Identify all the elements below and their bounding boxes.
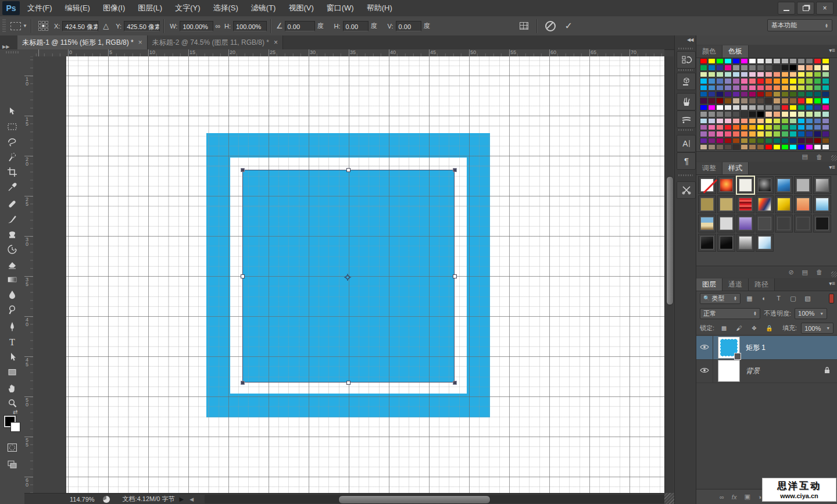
swatch[interactable] — [797, 124, 805, 130]
swatch[interactable] — [797, 72, 805, 77]
swatch[interactable] — [797, 105, 805, 110]
swatch[interactable] — [741, 65, 748, 70]
swatch[interactable] — [716, 65, 724, 70]
swatch[interactable] — [814, 138, 821, 144]
canvas[interactable] — [66, 56, 664, 493]
swatch[interactable] — [716, 124, 724, 130]
style-swatch[interactable] — [794, 215, 812, 233]
layer-row-背景[interactable]: 背景 — [696, 359, 837, 383]
style-swatch[interactable] — [698, 215, 716, 233]
swatch[interactable] — [716, 98, 724, 103]
swatch[interactable] — [716, 85, 724, 91]
tool-zoom[interactable] — [4, 396, 20, 410]
swatch[interactable] — [716, 138, 724, 144]
swatch[interactable] — [773, 98, 781, 103]
transform-handle-corner[interactable] — [453, 381, 457, 385]
tab-layers-图层[interactable]: 图层 — [696, 278, 722, 291]
swatch[interactable] — [765, 65, 772, 70]
swatch[interactable] — [732, 118, 740, 124]
zoom-level-field[interactable]: 114.79% — [70, 496, 95, 503]
new-style-icon[interactable]: ▤ — [802, 269, 808, 276]
blend-mode-select[interactable]: 正常 ▲▼ — [700, 308, 760, 319]
swatch[interactable] — [822, 65, 829, 70]
close-button[interactable]: × — [816, 2, 834, 15]
swatch[interactable] — [700, 124, 707, 130]
swatch[interactable] — [773, 111, 781, 117]
swatch[interactable] — [773, 118, 781, 124]
swatch[interactable] — [781, 98, 789, 103]
swatch[interactable] — [806, 124, 813, 130]
style-swatch[interactable] — [794, 176, 812, 194]
style-swatch[interactable] — [813, 176, 831, 194]
swatch[interactable] — [773, 78, 781, 84]
swatch[interactable] — [708, 118, 716, 124]
swatch[interactable] — [781, 72, 789, 77]
swatch[interactable] — [806, 65, 813, 70]
panel-resize-grip[interactable] — [831, 155, 837, 161]
swatch[interactable] — [781, 78, 789, 84]
x-input[interactable]: 424.50 像素 — [62, 21, 98, 31]
swatch[interactable] — [822, 91, 829, 97]
layer-visibility-toggle[interactable] — [696, 336, 713, 359]
swatch[interactable] — [822, 144, 829, 150]
swatch[interactable] — [789, 105, 797, 110]
layer-visibility-toggle[interactable] — [696, 359, 713, 383]
swatch[interactable] — [741, 58, 748, 64]
swatch[interactable] — [716, 144, 724, 150]
swatch[interactable] — [732, 111, 740, 117]
tool-rectangle[interactable] — [4, 365, 20, 379]
swatch[interactable] — [773, 85, 781, 91]
swatch[interactable] — [708, 144, 716, 150]
swatch[interactable] — [749, 98, 756, 103]
swatch[interactable] — [806, 111, 813, 117]
swatch[interactable] — [773, 91, 781, 97]
swatch[interactable] — [749, 144, 756, 150]
swap-colors-icon[interactable]: ⇄ — [13, 409, 17, 415]
swatch[interactable] — [757, 124, 764, 130]
swatch[interactable] — [716, 131, 724, 137]
swatch[interactable] — [749, 58, 756, 64]
filter-smart-objects-icon[interactable]: ▧ — [802, 293, 813, 304]
swatch[interactable] — [757, 105, 764, 110]
swatch[interactable] — [724, 138, 732, 144]
swatch[interactable] — [765, 98, 772, 103]
swatch[interactable] — [765, 138, 772, 144]
swatch[interactable] — [765, 91, 772, 97]
relative-positioning-toggle[interactable]: △ — [103, 22, 109, 30]
style-swatch[interactable] — [794, 195, 812, 213]
swatch[interactable] — [814, 124, 821, 130]
tool-blur[interactable] — [4, 288, 20, 302]
swatch[interactable] — [708, 72, 716, 77]
swatch[interactable] — [708, 124, 716, 130]
swatch[interactable] — [741, 118, 748, 124]
menu-图像[interactable]: 图像(I) — [96, 0, 131, 16]
tool-spot-healing-brush[interactable] — [4, 197, 20, 211]
swatch[interactable] — [749, 72, 756, 77]
swatch[interactable] — [741, 105, 748, 110]
swatch[interactable] — [806, 58, 813, 64]
swatch[interactable] — [741, 72, 748, 77]
vertical-scrollbar[interactable] — [664, 56, 674, 493]
swatch[interactable] — [757, 85, 764, 91]
swatch[interactable] — [773, 105, 781, 110]
panel-menu-icon[interactable]: ▾≡ — [829, 47, 835, 53]
y-input[interactable]: 425.50 像素 — [124, 21, 160, 31]
swatch[interactable] — [749, 111, 756, 117]
swatch[interactable] — [814, 58, 821, 64]
swatch[interactable] — [757, 91, 764, 97]
transform-handle-mid[interactable] — [241, 274, 245, 278]
swatch[interactable] — [781, 138, 789, 144]
swatch[interactable] — [765, 144, 772, 150]
swatch[interactable] — [757, 72, 764, 77]
status-popup-arrow-icon[interactable]: ▶ — [179, 496, 184, 502]
swatch[interactable] — [724, 65, 732, 70]
link-dimensions-icon[interactable]: ∞ — [215, 22, 220, 30]
swatch[interactable] — [781, 58, 789, 64]
swatch[interactable] — [822, 58, 829, 64]
swatch[interactable] — [797, 85, 805, 91]
link-layers-icon[interactable]: ∞ — [720, 494, 724, 501]
swatch[interactable] — [789, 91, 797, 97]
swatch[interactable] — [806, 85, 813, 91]
swatch[interactable] — [814, 105, 821, 110]
layer-thumbnail[interactable] — [718, 337, 740, 359]
